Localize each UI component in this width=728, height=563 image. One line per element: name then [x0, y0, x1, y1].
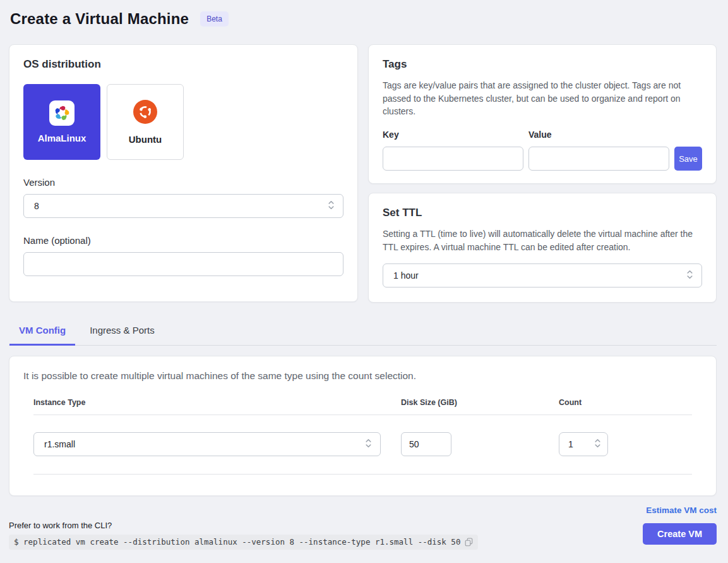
instance-type-value: r1.small: [44, 439, 75, 449]
ttl-select-value: 1 hour: [393, 270, 419, 281]
os-tile-ubuntu[interactable]: Ubuntu: [107, 84, 184, 160]
estimate-vm-cost-link[interactable]: Estimate VM cost: [646, 505, 717, 515]
chevron-updown-icon: [686, 269, 693, 282]
vm-table-row: r1.small 1: [33, 415, 692, 475]
os-distribution-card: OS distribution: [9, 44, 358, 302]
chevron-updown-icon: [365, 438, 372, 451]
tag-key-label: Key: [383, 130, 523, 140]
tags-card: Tags Tags are key/value pairs that are a…: [368, 44, 717, 184]
chevron-updown-icon: [594, 438, 601, 451]
count-value: 1: [568, 439, 573, 449]
disk-size-input[interactable]: [401, 432, 451, 456]
chevron-updown-icon: [328, 200, 335, 212]
copy-icon[interactable]: [465, 538, 473, 547]
cli-command-text: $ replicated vm create --distribution al…: [14, 537, 460, 547]
os-tile-almalinux[interactable]: AlmaLinux: [23, 84, 100, 160]
vm-name-input[interactable]: [23, 252, 343, 276]
vm-table-header: Instance Type Disk Size (GiB) Count: [33, 398, 692, 415]
cli-prompt: Prefer to work from the CLI?: [9, 521, 478, 530]
footer-actions: Estimate VM cost Create VM: [643, 505, 717, 550]
page-header: Create a Virtual Machine Beta: [10, 10, 717, 28]
vm-config-card: It is possible to create multiple virtua…: [9, 356, 717, 496]
ttl-select[interactable]: 1 hour: [383, 263, 702, 288]
version-select-value: 8: [34, 201, 39, 211]
save-tag-button[interactable]: Save: [674, 147, 702, 171]
create-vm-button[interactable]: Create VM: [643, 523, 717, 545]
vm-config-description: It is possible to create multiple virtua…: [23, 370, 702, 382]
tag-value-label: Value: [528, 130, 669, 140]
vm-table: Instance Type Disk Size (GiB) Count r1.s…: [33, 398, 692, 475]
version-label: Version: [23, 177, 343, 188]
beta-badge: Beta: [200, 11, 229, 27]
vm-name-label: Name (optional): [23, 235, 343, 246]
column-disk-size: Disk Size (GiB): [401, 398, 559, 407]
version-select[interactable]: 8: [23, 194, 343, 218]
almalinux-logo-icon: [49, 100, 75, 126]
tab-bar: VM Config Ingress & Ports: [9, 320, 717, 346]
tab-ingress-ports[interactable]: Ingress & Ports: [80, 320, 164, 345]
set-ttl-card: Set TTL Setting a TTL (time to live) wil…: [368, 193, 717, 303]
tag-key-value-row: Key Value Save: [383, 130, 702, 171]
cli-command-pill: $ replicated vm create --distribution al…: [9, 535, 478, 550]
tag-key-input[interactable]: [383, 147, 523, 171]
os-tile-label: AlmaLinux: [38, 133, 87, 143]
tags-description: Tags are key/value pairs that are assign…: [383, 79, 702, 118]
os-card-title: OS distribution: [23, 58, 343, 71]
ttl-card-title: Set TTL: [383, 207, 702, 219]
tab-vm-config[interactable]: VM Config: [9, 320, 75, 346]
footer: Prefer to work from the CLI? $ replicate…: [9, 505, 717, 550]
tags-card-title: Tags: [383, 58, 702, 71]
os-tiles: AlmaLinux: [23, 84, 343, 160]
ttl-description: Setting a TTL (time to live) will automa…: [383, 227, 702, 253]
column-instance-type: Instance Type: [33, 398, 401, 407]
cli-block: Prefer to work from the CLI? $ replicate…: [9, 521, 478, 550]
ubuntu-logo-icon: [133, 99, 158, 127]
right-column: Tags Tags are key/value pairs that are a…: [368, 44, 717, 303]
instance-type-select[interactable]: r1.small: [33, 432, 381, 456]
page-title: Create a Virtual Machine: [10, 10, 189, 28]
tag-value-input[interactable]: [528, 147, 669, 171]
os-tile-label: Ubuntu: [129, 134, 162, 145]
top-cards: OS distribution: [9, 44, 717, 303]
count-stepper[interactable]: 1: [559, 432, 608, 456]
column-count: Count: [559, 398, 685, 407]
page: Create a Virtual Machine Beta OS distrib…: [0, 0, 728, 550]
